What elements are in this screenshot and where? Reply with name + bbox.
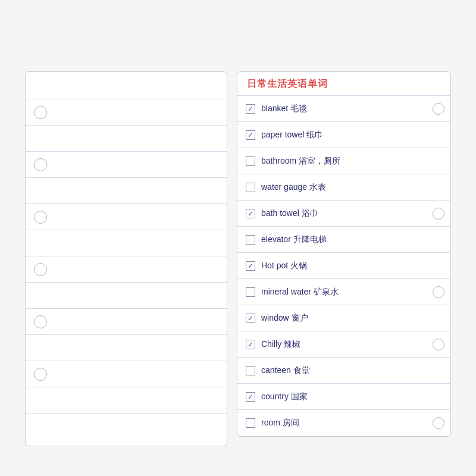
left-row-3 (26, 152, 227, 178)
vocab-row-1[interactable]: ✓blanket 毛毯 (237, 96, 450, 122)
checkbox-10[interactable]: ✓ (246, 340, 255, 349)
english-7: Hot pot (261, 261, 288, 270)
english-13: room (261, 418, 280, 427)
english-3: bathroom (261, 156, 296, 165)
checkbox-12[interactable]: ✓ (246, 392, 255, 402)
vocab-row-5[interactable]: ✓bath towel 浴巾 (237, 201, 450, 227)
chinese-6: 升降电梯 (293, 234, 327, 244)
vocab-row-4[interactable]: water gauge 水表 (237, 174, 450, 201)
chinese-12: 国家 (291, 392, 308, 401)
chinese-5: 浴巾 (302, 208, 318, 218)
left-top-bar (26, 78, 227, 99)
hole-1 (34, 106, 47, 119)
chinese-10: 辣椒 (284, 339, 300, 349)
chinese-7: 火锅 (290, 261, 307, 270)
english-10: Chilly (261, 339, 281, 349)
left-row-5 (26, 204, 227, 230)
vocab-row-6[interactable]: elevator 升降电梯 (237, 227, 450, 253)
right-hole-13 (433, 417, 444, 429)
checkbox-11[interactable] (246, 366, 255, 375)
hole-3 (34, 211, 47, 224)
vocab-text-4: water gauge 水表 (261, 182, 444, 193)
vocab-text-11: canteen 食堂 (261, 365, 444, 376)
checkbox-6[interactable] (246, 235, 255, 245)
vocab-text-13: room 房间 (261, 418, 429, 428)
checkbox-3[interactable] (246, 156, 255, 166)
english-4: water gauge (261, 182, 307, 192)
vocab-text-9: window 窗户 (261, 313, 444, 324)
left-row-10 (26, 335, 227, 361)
page-container: 日常生活英语单词 ✓blanket 毛毯✓paper towel 纸巾bathr… (0, 0, 476, 476)
left-row-6 (26, 230, 227, 256)
english-5: bath towel (261, 208, 299, 218)
checkbox-1[interactable]: ✓ (246, 104, 255, 114)
vocab-text-2: paper towel 纸巾 (261, 130, 444, 140)
english-8: mineral water (261, 287, 311, 296)
checkbox-8[interactable] (246, 287, 255, 297)
english-1: blanket (261, 104, 288, 113)
vocab-text-5: bath towel 浴巾 (261, 208, 429, 219)
left-row-1 (26, 99, 227, 126)
chinese-9: 窗户 (292, 313, 308, 322)
vocab-text-10: Chilly 辣椒 (261, 339, 429, 350)
checkbox-9[interactable]: ✓ (246, 314, 255, 323)
right-hole-5 (433, 208, 444, 220)
chinese-4: 水表 (309, 182, 326, 192)
right-panel: 日常生活英语单词 ✓blanket 毛毯✓paper towel 纸巾bathr… (237, 71, 451, 437)
chinese-13: 房间 (283, 418, 299, 427)
hole-6 (34, 368, 47, 381)
english-2: paper towel (261, 130, 304, 139)
hole-4 (34, 263, 47, 276)
left-row-7 (26, 256, 227, 283)
chinese-11: 食堂 (293, 365, 310, 375)
chinese-8: 矿泉水 (314, 287, 339, 296)
vocab-text-7: Hot pot 火锅 (261, 261, 444, 271)
vocab-list-title: 日常生活英语单词 (237, 72, 450, 96)
left-row-13 (26, 414, 227, 440)
vocab-text-12: country 国家 (261, 392, 444, 402)
english-9: window (261, 313, 289, 322)
chinese-1: 毛毯 (290, 104, 307, 113)
right-hole-8 (433, 286, 444, 298)
left-row-9 (26, 309, 227, 335)
vocab-text-1: blanket 毛毯 (261, 104, 429, 114)
left-row-11 (26, 361, 227, 387)
checkbox-13[interactable] (246, 418, 255, 428)
vocab-row-3[interactable]: bathroom 浴室，厕所 (237, 148, 450, 174)
left-row-12 (26, 387, 227, 414)
vocab-text-3: bathroom 浴室，厕所 (261, 156, 444, 167)
left-panel (25, 71, 227, 446)
vocab-row-13[interactable]: room 房间 (237, 410, 450, 436)
vocab-row-10[interactable]: ✓Chilly 辣椒 (237, 331, 450, 358)
hole-5 (34, 315, 47, 328)
vocab-row-11[interactable]: canteen 食堂 (237, 358, 450, 384)
vocab-text-8: mineral water 矿泉水 (261, 287, 429, 298)
vocab-row-12[interactable]: ✓country 国家 (237, 384, 450, 410)
checkbox-7[interactable]: ✓ (246, 261, 255, 271)
chinese-3: 浴室，厕所 (299, 156, 340, 165)
checkbox-4[interactable] (246, 183, 255, 192)
english-12: country (261, 392, 289, 401)
english-11: canteen (261, 365, 291, 375)
right-hole-1 (433, 103, 444, 115)
vocab-row-9[interactable]: ✓window 窗户 (237, 305, 450, 331)
chinese-2: 纸巾 (306, 130, 323, 139)
vocab-row-8[interactable]: mineral water 矿泉水 (237, 279, 450, 305)
checkbox-2[interactable]: ✓ (246, 130, 255, 140)
left-row-4 (26, 178, 227, 204)
checkbox-5[interactable]: ✓ (246, 209, 255, 218)
left-row-8 (26, 283, 227, 309)
english-6: elevator (261, 234, 291, 244)
right-hole-10 (433, 339, 444, 350)
vocab-text-6: elevator 升降电梯 (261, 234, 444, 245)
vocab-row-2[interactable]: ✓paper towel 纸巾 (237, 122, 450, 148)
vocab-row-7[interactable]: ✓Hot pot 火锅 (237, 253, 450, 279)
hole-2 (34, 158, 47, 171)
left-row-2 (26, 126, 227, 152)
